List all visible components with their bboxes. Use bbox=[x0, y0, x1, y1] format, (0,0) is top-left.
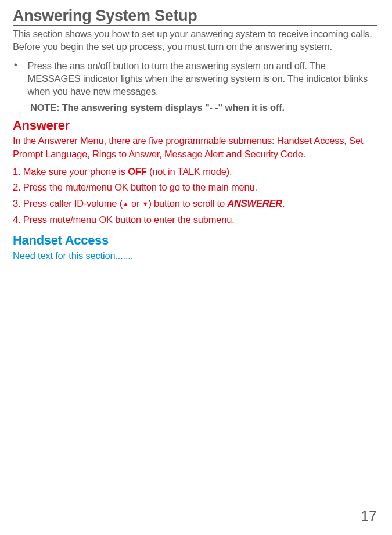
note-text: NOTE: The answering system displays "- -… bbox=[30, 102, 377, 113]
answerer-step-1: 1. Make sure your phone is OFF (not in T… bbox=[13, 165, 377, 179]
intro-paragraph: This section shows you how to set up you… bbox=[13, 27, 377, 53]
bullet-icon: • bbox=[14, 59, 17, 98]
step1-pre: 1. Make sure your phone is bbox=[13, 166, 128, 177]
answerer-heading: Answerer bbox=[13, 118, 377, 133]
step3-bold: ANSWERER bbox=[227, 198, 282, 209]
handset-access-heading: Handset Access bbox=[13, 233, 377, 248]
step3-mid2: ) button to scroll to bbox=[148, 198, 227, 209]
answerer-intro: In the Answerer Menu, there are five pro… bbox=[13, 134, 377, 161]
step3-post: . bbox=[282, 198, 285, 209]
answerer-step-2: 2. Press the mute/menu OK button to go t… bbox=[13, 181, 377, 195]
step3-pre: 3. Press caller ID-volume ( bbox=[13, 198, 123, 209]
up-arrow-icon: ▲ bbox=[123, 200, 129, 209]
bullet-text: Press the ans on/off button to turn the … bbox=[28, 59, 377, 98]
page-number: 17 bbox=[361, 508, 377, 525]
page-title: Answering System Setup bbox=[13, 7, 377, 26]
answerer-step-4: 4. Press mute/menu OK button to enter th… bbox=[13, 213, 377, 227]
step1-bold: OFF bbox=[128, 166, 146, 177]
bullet-item: • Press the ans on/off button to turn th… bbox=[13, 59, 377, 98]
step3-mid: or bbox=[129, 198, 142, 209]
down-arrow-icon: ▼ bbox=[142, 200, 149, 209]
answerer-step-3: 3. Press caller ID-volume (▲ or ▼) butto… bbox=[13, 197, 377, 211]
step1-post: (not in TALK mode). bbox=[147, 166, 232, 177]
handset-access-text: Need text for this section....... bbox=[13, 249, 377, 262]
